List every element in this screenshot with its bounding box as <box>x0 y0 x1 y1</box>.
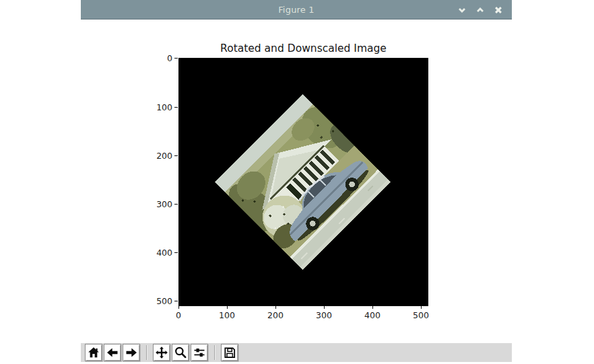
back-button[interactable] <box>104 344 121 361</box>
minimize-button[interactable] <box>457 5 467 15</box>
y-tick <box>174 204 178 205</box>
x-tick-label: 400 <box>352 310 393 320</box>
y-tick <box>174 58 178 59</box>
rotated-image <box>215 94 391 270</box>
move-icon <box>155 346 168 359</box>
sliders-icon <box>193 346 206 359</box>
close-button[interactable] <box>493 5 504 15</box>
x-tick-label: 0 <box>158 310 199 320</box>
window-controls <box>457 0 506 20</box>
window-title: Figure 1 <box>278 5 315 15</box>
car-house-photo <box>215 94 391 270</box>
maximize-icon <box>475 5 486 15</box>
y-tick-label: 500 <box>137 296 172 306</box>
x-tick-label: 300 <box>304 310 344 320</box>
figure-window: Figure 1 <box>81 0 512 362</box>
x-tick <box>275 306 276 309</box>
y-tick <box>174 155 178 156</box>
y-tick <box>174 107 178 108</box>
x-tick <box>178 306 179 309</box>
x-tick <box>227 306 228 309</box>
x-tick-label: 500 <box>401 310 441 320</box>
pan-button[interactable] <box>153 344 170 361</box>
save-button[interactable] <box>221 344 238 361</box>
home-button[interactable] <box>85 344 102 361</box>
forward-button[interactable] <box>123 344 140 361</box>
figure-canvas: Rotated and Downscaled Image <box>81 20 512 343</box>
toolbar-separator <box>214 345 216 360</box>
y-tick <box>174 252 178 253</box>
plot-area[interactable] <box>178 58 428 306</box>
y-tick-label: 400 <box>137 248 172 258</box>
home-icon <box>87 346 100 359</box>
zoom-button[interactable] <box>172 344 189 361</box>
window-titlebar[interactable]: Figure 1 <box>81 0 512 20</box>
x-tick-label: 100 <box>207 310 247 320</box>
plot-title: Rotated and Downscaled Image <box>178 42 428 54</box>
minimize-icon <box>457 5 467 15</box>
arrow-right-icon <box>125 346 138 359</box>
desktop: Figure 1 <box>0 0 594 364</box>
y-tick-label: 100 <box>137 102 172 112</box>
arrow-left-icon <box>106 346 119 359</box>
configure-subplots-button[interactable] <box>191 344 208 361</box>
y-tick <box>174 301 178 301</box>
y-tick-label: 300 <box>137 199 172 209</box>
x-tick <box>372 306 373 309</box>
y-tick-label: 0 <box>137 53 172 63</box>
magnifier-icon <box>174 346 187 359</box>
y-tick-label: 200 <box>137 151 172 161</box>
navigation-toolbar <box>81 343 512 362</box>
x-tick <box>324 306 325 309</box>
close-icon <box>493 5 504 15</box>
floppy-disk-icon <box>223 346 236 359</box>
toolbar-separator <box>146 345 147 360</box>
x-tick-label: 200 <box>255 310 296 320</box>
x-tick <box>421 306 422 309</box>
maximize-button[interactable] <box>475 5 486 15</box>
